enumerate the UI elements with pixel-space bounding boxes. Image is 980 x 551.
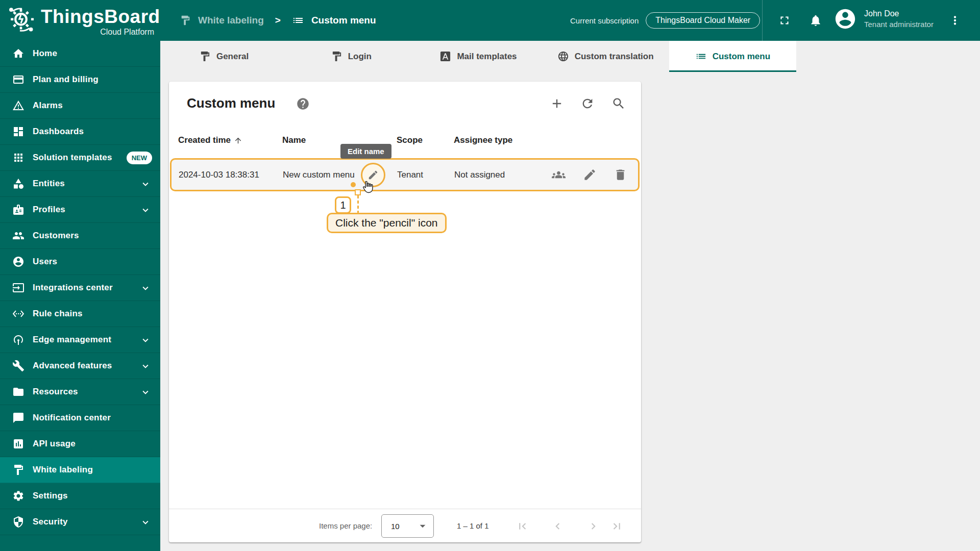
sidebar-nav: Home Plan and billing Alarms Dashboards … xyxy=(0,41,160,551)
sidebar-item-solution-templates[interactable]: Solution templates NEW xyxy=(0,145,160,171)
column-header-created-time[interactable]: Created time xyxy=(178,135,242,145)
active-tab-indicator xyxy=(669,70,796,72)
add-icon[interactable] xyxy=(550,96,564,111)
notifications-bell-icon[interactable] xyxy=(809,14,822,27)
tab-general[interactable]: General xyxy=(160,41,287,72)
manage-assignees-icon[interactable] xyxy=(552,168,566,182)
instruction-callout: Click the "pencil" icon xyxy=(327,213,447,233)
topbar-divider xyxy=(762,0,763,41)
sidebar-item-security[interactable]: Security xyxy=(0,509,160,535)
more-options-icon[interactable] xyxy=(948,14,962,27)
tab-mail-templates[interactable]: Mail templates xyxy=(414,41,542,72)
subscription-plan-badge[interactable]: ThingsBoard Cloud Maker xyxy=(646,12,760,29)
tab-custom-translation[interactable]: Custom translation xyxy=(542,41,669,72)
antenna-icon xyxy=(12,334,24,346)
sort-arrow-up-icon xyxy=(234,136,242,145)
brand-logo[interactable]: ThingsBoard Cloud Platform xyxy=(0,0,160,41)
sidebar-item-advanced-features[interactable]: Advanced features xyxy=(0,353,160,379)
sidebar-item-dashboards[interactable]: Dashboards xyxy=(0,119,160,145)
folder-icon xyxy=(12,386,24,398)
paint-roller-icon xyxy=(12,464,24,476)
cell-assignee-type: Not assigned xyxy=(454,160,505,190)
shield-icon xyxy=(12,516,24,528)
breadcrumb-current: Custom menu xyxy=(311,15,376,26)
tab-custom-menu[interactable]: Custom menu xyxy=(669,41,796,72)
sidebar-item-profiles[interactable]: Profiles xyxy=(0,197,160,223)
breadcrumb-parent[interactable]: White labeling xyxy=(198,15,264,26)
white-labeling-tabs: General Login Mail templates Custom tran… xyxy=(160,41,796,72)
sidebar-item-plan-and-billing[interactable]: Plan and billing xyxy=(0,67,160,93)
step-number-badge: 1 xyxy=(335,196,351,214)
column-header-scope[interactable]: Scope xyxy=(397,135,423,145)
search-icon[interactable] xyxy=(611,96,626,111)
first-page-icon[interactable] xyxy=(516,520,529,533)
entities-shapes-icon xyxy=(12,178,24,190)
paint-roller-icon xyxy=(180,15,191,26)
sidebar-item-customers[interactable]: Customers xyxy=(0,223,160,249)
people-icon xyxy=(12,230,24,242)
previous-page-icon[interactable] xyxy=(551,520,564,533)
sidebar-item-notification-center[interactable]: Notification center xyxy=(0,405,160,431)
bar-chart-icon xyxy=(12,438,24,450)
font-box-icon xyxy=(439,51,451,62)
globe-icon xyxy=(557,51,569,62)
sidebar-item-settings[interactable]: Settings xyxy=(0,483,160,509)
chevron-down-icon xyxy=(140,283,151,294)
paint-roller-icon xyxy=(199,51,211,62)
help-icon[interactable] xyxy=(296,97,310,111)
edit-pencil-icon[interactable] xyxy=(583,168,597,182)
sidebar-item-edge-management[interactable]: Edge management xyxy=(0,327,160,353)
column-header-name[interactable]: Name xyxy=(282,135,306,145)
home-icon xyxy=(12,47,24,60)
sidebar-item-api-usage[interactable]: API usage xyxy=(0,431,160,457)
tab-login[interactable]: Login xyxy=(287,41,414,72)
chevron-down-icon xyxy=(140,517,151,528)
apps-grid-icon xyxy=(12,152,24,164)
fullscreen-icon[interactable] xyxy=(778,14,791,27)
table-row[interactable]: 2024-10-03 18:38:31 New custom menu Tena… xyxy=(170,158,640,191)
breadcrumb: White labeling > Custom menu xyxy=(180,0,376,41)
list-icon xyxy=(695,51,707,62)
user-name: John Doe xyxy=(864,9,934,18)
cell-scope: Tenant xyxy=(397,160,423,190)
brand-title: ThingsBoard xyxy=(41,6,160,28)
breadcrumb-separator: > xyxy=(275,15,281,26)
chevron-down-icon xyxy=(140,335,151,346)
list-icon xyxy=(292,14,304,27)
dashboard-icon xyxy=(12,126,24,138)
credit-card-icon xyxy=(12,73,24,86)
chevron-down-icon xyxy=(140,205,151,216)
sidebar-item-alarms[interactable]: Alarms xyxy=(0,93,160,119)
page-size-select[interactable]: 10 xyxy=(381,514,434,538)
column-header-assignee-type[interactable]: Assignee type xyxy=(454,135,512,145)
badge-id-icon xyxy=(12,204,24,216)
paginator: Items per page: 10 1 – 1 of 1 xyxy=(169,509,641,542)
person-circle-icon xyxy=(12,256,24,268)
chevron-down-icon xyxy=(140,179,151,190)
delete-trash-icon[interactable] xyxy=(614,168,627,182)
integration-input-icon xyxy=(12,282,24,294)
sidebar-item-rule-chains[interactable]: Rule chains xyxy=(0,301,160,327)
subscription-label: Current subscription xyxy=(570,16,639,25)
sidebar-item-entities[interactable]: Entities xyxy=(0,171,160,197)
sidebar-item-white-labeling[interactable]: White labeling xyxy=(0,457,160,483)
warning-triangle-icon xyxy=(12,99,24,112)
sidebar-item-users[interactable]: Users xyxy=(0,249,160,275)
user-avatar xyxy=(834,7,857,31)
sidebar-item-home[interactable]: Home xyxy=(0,41,160,67)
dropdown-arrow-icon xyxy=(416,519,429,533)
annotation-connector-line xyxy=(357,195,359,214)
thingsboard-logo-icon xyxy=(5,4,37,36)
refresh-icon[interactable] xyxy=(580,96,595,111)
annotation-anchor-dot xyxy=(351,182,356,187)
sidebar-item-resources[interactable]: Resources xyxy=(0,379,160,405)
subscription-info: Current subscription ThingsBoard Cloud M… xyxy=(570,7,760,34)
chevron-down-icon xyxy=(140,387,151,398)
brand-subtitle: Cloud Platform xyxy=(41,28,154,37)
user-menu[interactable]: John Doe Tenant administrator xyxy=(834,7,934,31)
last-page-icon[interactable] xyxy=(610,520,623,533)
chevron-down-icon xyxy=(140,361,151,372)
next-page-icon[interactable] xyxy=(587,520,600,533)
paint-roller-icon xyxy=(331,51,342,62)
sidebar-item-integrations-center[interactable]: Integrations center xyxy=(0,275,160,301)
